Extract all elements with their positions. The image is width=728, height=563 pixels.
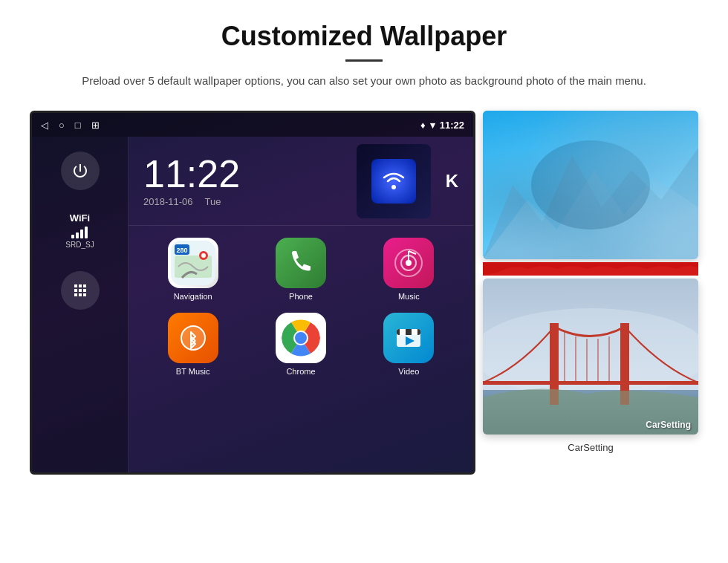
svg-point-0	[391, 185, 396, 189]
video-svg-icon	[394, 323, 423, 353]
gps-icon: ♦	[420, 120, 426, 131]
car-strip	[483, 262, 698, 276]
screen-center: 11:22 2018-11-06 Tue	[129, 137, 473, 472]
page-wrapper: Customized Wallpaper Preload over 5 defa…	[0, 0, 728, 475]
power-icon	[71, 162, 89, 180]
wifi-bar-1	[71, 235, 74, 238]
video-label: Video	[398, 367, 419, 376]
svg-text:280: 280	[176, 247, 187, 254]
navigation-map-icon: 280	[171, 241, 215, 285]
carsetting-label: CarSetting	[483, 442, 698, 453]
phone-label: Phone	[289, 292, 313, 301]
media-widget[interactable]	[357, 144, 431, 218]
wallpaper-thumbnails: CarSetting CarSetting	[483, 111, 698, 453]
ki-text: K	[446, 171, 458, 192]
wifi-bars	[65, 227, 94, 238]
app-grid: 280 Navigation	[129, 226, 473, 388]
recent-icon[interactable]: □	[75, 120, 81, 131]
day-text: Tue	[205, 196, 221, 207]
app-chrome[interactable]: Chrome	[248, 308, 353, 380]
page-title: Customized Wallpaper	[59, 21, 669, 52]
wifi-label: WiFi	[65, 212, 94, 224]
video-icon	[383, 313, 434, 363]
chrome-label: Chrome	[286, 367, 315, 376]
ice-overlay	[483, 111, 698, 259]
photo-icon[interactable]: ⊞	[91, 120, 100, 131]
navigation-label: Navigation	[174, 292, 212, 301]
status-right: ♦ ▾ 11:22	[420, 120, 464, 131]
phone-icon	[276, 238, 326, 288]
wifi-widget[interactable]: WiFi SRD_SJ	[65, 212, 94, 249]
broadcast-icon	[379, 166, 409, 196]
home-icon[interactable]: ○	[59, 120, 65, 131]
clock-area: 11:22 2018-11-06 Tue	[129, 137, 349, 225]
svg-point-17	[295, 332, 307, 344]
app-video[interactable]: Video	[357, 308, 461, 380]
title-divider	[345, 59, 383, 62]
golden-gate-svg	[483, 279, 698, 435]
apps-icon	[71, 282, 89, 299]
main-content: ◁ ○ □ ⊞ ♦ ▾ 11:22	[0, 103, 728, 475]
clock-date: 2018-11-06 Tue	[143, 196, 334, 207]
status-time: 11:22	[440, 120, 464, 131]
btmusic-svg-icon	[178, 323, 208, 353]
page-subtitle: Preload over 5 default wallpaper options…	[59, 72, 669, 90]
music-icon	[383, 238, 434, 288]
wallpaper-ice-cave[interactable]	[483, 111, 698, 259]
btmusic-icon	[168, 313, 218, 363]
phone-svg-icon	[286, 248, 316, 278]
back-icon[interactable]: ◁	[41, 120, 48, 131]
svg-point-6	[201, 253, 206, 258]
wifi-bar-3	[80, 230, 83, 238]
clock-row: 11:22 2018-11-06 Tue	[129, 137, 473, 226]
chrome-svg-icon	[280, 317, 322, 359]
apps-button[interactable]	[61, 271, 100, 310]
app-music[interactable]: Music	[357, 233, 461, 305]
music-label: Music	[398, 292, 420, 301]
navigation-icon: 280	[168, 238, 218, 288]
screen-body: WiFi SRD_SJ	[32, 137, 473, 472]
svg-rect-41	[483, 381, 698, 385]
car-strip-svg	[483, 262, 698, 276]
clock-time: 11:22	[143, 154, 334, 193]
wifi-ssid: SRD_SJ	[65, 241, 94, 249]
android-screen: ◁ ○ □ ⊞ ♦ ▾ 11:22	[30, 111, 475, 475]
btmusic-label: BT Music	[176, 367, 210, 376]
app-phone[interactable]: Phone	[248, 233, 353, 305]
top-right-icons: K	[438, 137, 473, 225]
status-left: ◁ ○ □ ⊞	[41, 120, 100, 131]
media-icon	[371, 159, 416, 204]
wifi-icon: ▾	[430, 120, 435, 131]
wallpaper-carsetting[interactable]: CarSetting	[483, 279, 698, 435]
wifi-bar-4	[85, 227, 88, 238]
page-header: Customized Wallpaper Preload over 5 defa…	[0, 0, 728, 103]
chrome-icon	[276, 313, 326, 363]
sidebar: WiFi SRD_SJ	[32, 137, 129, 472]
music-svg-icon	[394, 248, 423, 278]
status-bar: ◁ ○ □ ⊞ ♦ ▾ 11:22	[32, 113, 473, 137]
date-text: 2018-11-06	[143, 196, 193, 207]
app-btmusic[interactable]: BT Music	[140, 308, 245, 380]
wifi-bar-2	[76, 232, 79, 238]
app-navigation[interactable]: 280 Navigation	[140, 233, 245, 305]
carsetting-overlay-label: CarSetting	[646, 420, 691, 430]
power-button[interactable]	[61, 152, 100, 190]
